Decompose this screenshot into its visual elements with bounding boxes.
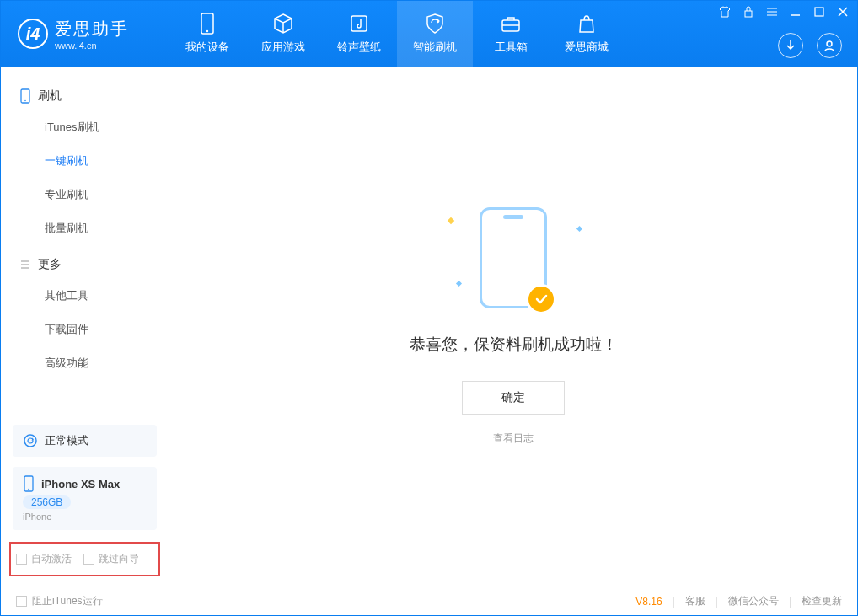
sidebar-group-header: 更多 [1, 250, 169, 279]
nav-tabs: 我的设备 应用游戏 铃声壁纸 智能刷机 工具箱 爱思商城 [169, 1, 625, 67]
sidebar-item-itunes-flash[interactable]: iTunes刷机 [1, 110, 169, 144]
download-icon[interactable] [778, 33, 803, 58]
app-subtitle: www.i4.cn [55, 40, 129, 51]
sidebar-group-more: 更多 其他工具 下载固件 高级功能 [1, 250, 169, 385]
main-content: 恭喜您，保资料刷机成功啦！ 确定 查看日志 [169, 67, 857, 587]
sidebar-group-header: 刷机 [1, 82, 169, 110]
mode-label: 正常模式 [45, 433, 88, 448]
titlebar-controls [719, 6, 849, 18]
svg-point-6 [827, 41, 832, 46]
check-update-link[interactable]: 检查更新 [802, 594, 842, 608]
maximize-icon[interactable] [813, 6, 825, 18]
header-actions [778, 33, 842, 58]
lock-icon[interactable] [743, 6, 754, 18]
device-icon [23, 475, 35, 492]
user-icon[interactable] [817, 33, 842, 58]
auto-activate-checkbox[interactable]: 自动激活 [16, 552, 72, 566]
tab-label: 爱思商城 [565, 40, 609, 55]
sidebar-item-download-firmware[interactable]: 下载固件 [1, 313, 169, 346]
tab-my-device[interactable]: 我的设备 [169, 1, 245, 67]
minimize-icon[interactable] [790, 6, 802, 18]
mode-card[interactable]: 正常模式 [13, 425, 157, 457]
tab-toolbox[interactable]: 工具箱 [473, 1, 549, 67]
tab-label: 智能刷机 [413, 40, 457, 55]
tab-label: 工具箱 [495, 40, 528, 55]
music-icon [348, 13, 370, 35]
svg-point-1 [206, 30, 208, 32]
sparkle-icon [576, 226, 582, 232]
group-title: 更多 [38, 257, 62, 272]
sparkle-icon [456, 281, 462, 287]
storage-badge: 256GB [23, 495, 71, 509]
logo-area: i4 爱思助手 www.i4.cn [1, 1, 169, 67]
logo-icon: i4 [18, 19, 48, 49]
header: i4 爱思助手 www.i4.cn 我的设备 应用游戏 铃声壁纸 智能刷机 [1, 1, 857, 67]
checkbox-icon [16, 554, 27, 565]
tab-smart-flash[interactable]: 智能刷机 [397, 1, 473, 67]
phone-icon [19, 88, 31, 104]
tab-ringtone-wallpaper[interactable]: 铃声壁纸 [321, 1, 397, 67]
device-icon [196, 13, 218, 35]
group-title: 刷机 [38, 88, 62, 104]
device-type: iPhone [23, 512, 147, 522]
svg-rect-4 [745, 11, 752, 17]
toolbox-icon [500, 13, 522, 35]
app-window: i4 爱思助手 www.i4.cn 我的设备 应用游戏 铃声壁纸 智能刷机 [0, 0, 858, 616]
device-name: iPhone XS Max [41, 478, 120, 490]
device-card[interactable]: iPhone XS Max 256GB iPhone [13, 467, 157, 530]
body: 刷机 iTunes刷机 一键刷机 专业刷机 批量刷机 更多 其他工具 下载固件 … [1, 67, 857, 587]
checkbox-icon [16, 596, 27, 607]
ok-button[interactable]: 确定 [462, 381, 565, 415]
svg-rect-5 [815, 8, 823, 16]
sidebar-item-pro-flash[interactable]: 专业刷机 [1, 178, 169, 212]
version-label: V8.16 [635, 596, 662, 608]
bag-icon [576, 13, 598, 35]
checkbox-icon [83, 554, 94, 565]
options-row: 自动激活 跳过向导 [9, 542, 160, 576]
block-itunes-checkbox[interactable]: 阻止iTunes运行 [16, 594, 103, 608]
svg-rect-2 [351, 16, 367, 31]
refresh-icon [23, 433, 38, 448]
svg-point-11 [28, 489, 29, 490]
tab-store[interactable]: 爱思商城 [549, 1, 625, 67]
app-title: 爱思助手 [55, 18, 129, 40]
sidebar-group-flash: 刷机 iTunes刷机 一键刷机 专业刷机 批量刷机 [1, 82, 169, 250]
view-log-link[interactable]: 查看日志 [493, 431, 534, 446]
tshirt-icon[interactable] [719, 6, 731, 18]
svg-point-8 [24, 100, 26, 102]
check-icon [526, 284, 556, 314]
footer: 阻止iTunes运行 V8.16 | 客服 | 微信公众号 | 检查更新 [1, 587, 857, 615]
list-icon [19, 259, 31, 271]
sidebar-item-other-tools[interactable]: 其他工具 [1, 279, 169, 313]
sidebar-item-oneclick-flash[interactable]: 一键刷机 [1, 144, 169, 178]
svg-point-9 [24, 435, 36, 447]
wechat-link[interactable]: 微信公众号 [728, 594, 779, 608]
customer-service-link[interactable]: 客服 [685, 594, 705, 608]
cube-icon [272, 13, 294, 35]
close-icon[interactable] [837, 6, 849, 18]
sparkle-icon [448, 217, 454, 224]
menu-icon[interactable] [766, 6, 778, 18]
skip-guide-checkbox[interactable]: 跳过向导 [83, 552, 139, 566]
sidebar-item-batch-flash[interactable]: 批量刷机 [1, 212, 169, 245]
phone-illustration [480, 207, 547, 308]
tab-label: 应用游戏 [261, 40, 305, 55]
success-message: 恭喜您，保资料刷机成功啦！ [410, 334, 618, 356]
tab-label: 我的设备 [185, 40, 229, 55]
tab-label: 铃声壁纸 [337, 40, 381, 55]
tab-apps-games[interactable]: 应用游戏 [245, 1, 321, 67]
sidebar-item-advanced[interactable]: 高级功能 [1, 346, 169, 380]
shield-icon [424, 13, 446, 35]
sidebar: 刷机 iTunes刷机 一键刷机 专业刷机 批量刷机 更多 其他工具 下载固件 … [1, 67, 169, 587]
